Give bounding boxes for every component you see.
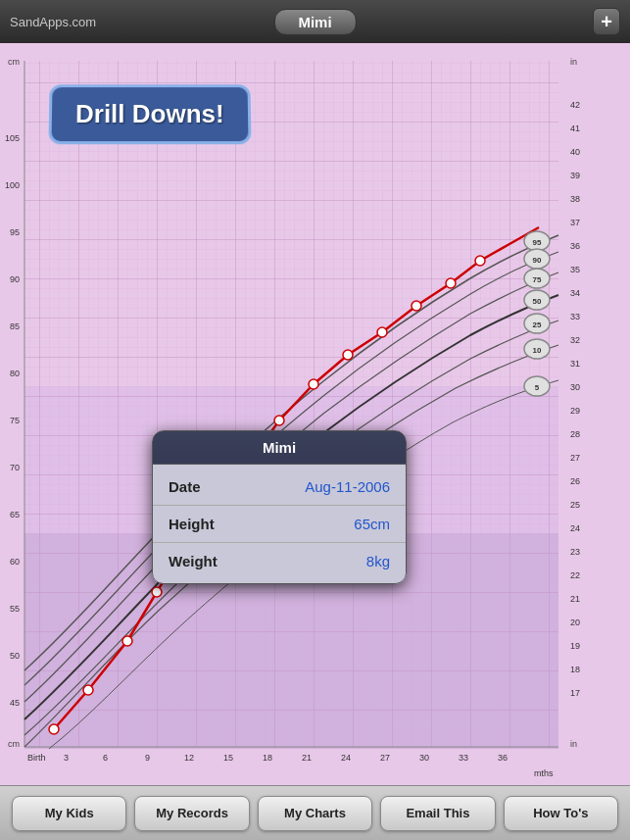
svg-text:85: 85 xyxy=(10,321,20,331)
svg-text:29: 29 xyxy=(570,406,580,416)
svg-point-86 xyxy=(524,314,550,333)
svg-text:75: 75 xyxy=(533,275,542,284)
svg-point-20 xyxy=(475,256,485,266)
svg-text:34: 34 xyxy=(570,288,580,298)
svg-rect-4 xyxy=(24,61,558,747)
svg-point-7 xyxy=(49,724,59,734)
svg-point-90 xyxy=(524,376,550,396)
svg-text:18: 18 xyxy=(263,753,272,763)
svg-text:17: 17 xyxy=(570,688,580,698)
svg-text:28: 28 xyxy=(570,429,580,439)
drill-downs-label: Drill Downs! xyxy=(48,84,251,144)
svg-point-10 xyxy=(152,587,162,597)
svg-text:95: 95 xyxy=(10,227,20,237)
page-title: Mimi xyxy=(273,9,356,35)
popup-label-weight: Weight xyxy=(169,553,218,569)
svg-point-19 xyxy=(446,278,456,288)
svg-text:55: 55 xyxy=(10,604,20,614)
svg-text:80: 80 xyxy=(10,369,20,378)
svg-text:5: 5 xyxy=(535,383,540,392)
svg-text:40: 40 xyxy=(570,147,580,157)
svg-point-15 xyxy=(309,379,318,389)
svg-text:90: 90 xyxy=(533,256,542,265)
svg-text:12: 12 xyxy=(184,753,194,763)
popup-label-height: Height xyxy=(169,516,215,532)
svg-point-80 xyxy=(524,249,550,269)
svg-text:90: 90 xyxy=(10,274,20,284)
svg-text:31: 31 xyxy=(570,359,580,369)
svg-text:in: in xyxy=(570,739,577,749)
popup-title: Mimi xyxy=(153,431,406,465)
svg-text:in: in xyxy=(570,57,577,67)
popup-value-height: 65cm xyxy=(354,516,390,532)
svg-text:25: 25 xyxy=(570,500,580,510)
tab-my-records[interactable]: My Records xyxy=(134,796,249,831)
svg-text:60: 60 xyxy=(10,557,20,567)
svg-text:30: 30 xyxy=(419,753,429,763)
svg-text:100: 100 xyxy=(5,180,20,190)
svg-point-78 xyxy=(524,231,550,251)
popup-value-date: Aug-11-2006 xyxy=(305,478,390,495)
site-label: SandApps.com xyxy=(10,15,96,29)
svg-text:32: 32 xyxy=(570,335,580,345)
svg-text:36: 36 xyxy=(498,753,508,763)
popup-row-weight: Weight 8kg xyxy=(153,543,406,579)
svg-text:33: 33 xyxy=(459,753,468,763)
svg-text:38: 38 xyxy=(570,194,580,204)
svg-text:24: 24 xyxy=(570,523,580,533)
svg-text:33: 33 xyxy=(570,312,580,321)
svg-text:65: 65 xyxy=(10,510,20,519)
tab-how-tos[interactable]: How To's xyxy=(504,796,618,831)
svg-text:27: 27 xyxy=(380,753,390,763)
svg-text:36: 36 xyxy=(570,241,580,251)
info-popup: Mimi Date Aug-11-2006 Height 65cm Weight… xyxy=(152,430,407,584)
svg-text:3: 3 xyxy=(64,753,69,763)
popup-label-date: Date xyxy=(169,478,201,495)
svg-text:70: 70 xyxy=(10,463,20,472)
svg-rect-1 xyxy=(0,43,630,785)
svg-text:20: 20 xyxy=(570,618,580,627)
svg-point-8 xyxy=(83,685,93,695)
svg-text:cm: cm xyxy=(8,57,20,67)
svg-text:41: 41 xyxy=(570,124,580,133)
svg-text:Birth: Birth xyxy=(27,753,46,763)
tab-my-charts[interactable]: My Charts xyxy=(258,796,372,831)
svg-point-88 xyxy=(524,339,550,359)
svg-text:45: 45 xyxy=(10,698,20,708)
popup-value-weight: 8kg xyxy=(366,553,390,569)
svg-point-82 xyxy=(524,269,550,288)
svg-point-18 xyxy=(412,301,421,311)
svg-text:25: 25 xyxy=(533,321,542,329)
add-button[interactable]: + xyxy=(593,8,620,35)
svg-point-84 xyxy=(524,290,550,310)
svg-point-16 xyxy=(343,350,353,360)
svg-text:23: 23 xyxy=(570,547,580,557)
svg-text:18: 18 xyxy=(570,665,580,674)
tab-my-kids[interactable]: My Kids xyxy=(12,796,126,831)
popup-body: Date Aug-11-2006 Height 65cm Weight 8kg xyxy=(153,465,406,583)
svg-text:10: 10 xyxy=(533,346,542,355)
svg-text:6: 6 xyxy=(103,753,108,763)
svg-point-17 xyxy=(377,327,387,337)
svg-text:24: 24 xyxy=(341,753,351,763)
svg-text:75: 75 xyxy=(10,416,20,425)
svg-text:50: 50 xyxy=(10,651,20,661)
top-bar: SandApps.com Mimi + xyxy=(0,0,630,43)
svg-text:37: 37 xyxy=(570,218,580,227)
svg-point-9 xyxy=(122,636,132,646)
svg-text:cm: cm xyxy=(8,739,20,749)
svg-text:35: 35 xyxy=(570,265,580,274)
svg-text:19: 19 xyxy=(570,641,580,651)
svg-text:22: 22 xyxy=(570,570,580,580)
svg-text:39: 39 xyxy=(570,171,580,180)
svg-text:15: 15 xyxy=(223,753,233,763)
svg-text:50: 50 xyxy=(533,297,542,306)
svg-text:26: 26 xyxy=(570,476,580,486)
chart-svg: cm 105 100 95 90 85 80 75 70 65 60 55 50… xyxy=(0,43,630,785)
tab-email-this[interactable]: Email This xyxy=(380,796,495,831)
chart-area: cm 105 100 95 90 85 80 75 70 65 60 55 50… xyxy=(0,43,630,785)
svg-text:105: 105 xyxy=(5,133,20,143)
svg-text:27: 27 xyxy=(570,453,580,463)
svg-text:mths: mths xyxy=(534,768,554,778)
svg-text:95: 95 xyxy=(533,238,542,247)
